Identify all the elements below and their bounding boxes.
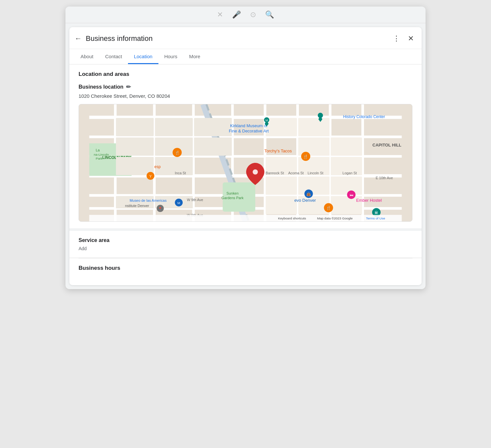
panel-title: Business information [86,34,391,43]
svg-rect-29 [194,137,232,156]
svg-text:M: M [265,119,268,122]
svg-rect-31 [266,118,297,136]
panel-header: ← Business information ⋮ ✕ [69,27,422,49]
map-svg: Sunken Gardens Park LINCOLN PARK La na-L… [79,104,412,221]
svg-rect-44 [331,177,362,195]
svg-text:🍴: 🍴 [175,150,180,155]
svg-rect-30 [194,118,232,136]
svg-text:Acoma St: Acoma St [288,171,303,175]
camera-icon[interactable]: ⊙ [250,10,256,19]
close-panel-button[interactable]: ✕ [407,33,415,44]
svg-text:👜: 👜 [306,192,311,196]
svg-text:🏛: 🏛 [374,211,378,215]
svg-text:📍: 📍 [158,207,162,211]
business-hours-section: Business hours [69,258,422,285]
service-area-section: Service area Add [69,231,422,258]
svg-text:nstitute Denver: nstitute Denver [125,204,149,208]
svg-text:Sunken: Sunken [227,191,239,195]
svg-text:M: M [177,201,180,205]
svg-rect-42 [266,177,297,195]
header-actions: ⋮ ✕ [391,33,415,44]
svg-rect-38 [116,157,154,175]
section-title: Location and areas [79,71,412,78]
svg-text:Logan St: Logan St [342,171,357,175]
svg-point-90 [253,169,258,175]
search-icon[interactable]: 🔍 [265,10,274,19]
add-service-area[interactable]: Add [79,246,412,251]
back-button[interactable]: ← [75,33,84,44]
svg-text:Keyboard shortcuts: Keyboard shortcuts [278,216,306,220]
browser-bar: ✕ 🎤 ⊙ 🔍 [65,7,426,23]
svg-text:evo Denver: evo Denver [294,198,316,203]
business-location-label: Business location [79,84,123,90]
svg-text:CAPITOL HILL: CAPITOL HILL [373,143,402,147]
svg-text:Bannock St: Bannock St [266,171,284,175]
svg-text:Torchy's Tacos: Torchy's Tacos [264,148,292,153]
tab-location[interactable]: Location [128,49,158,64]
svg-rect-35 [331,137,362,156]
svg-text:esp: esp [155,164,161,169]
svg-text:History Colorado Center: History Colorado Center [343,114,385,119]
svg-text:Map data ©2023 Google: Map data ©2023 Google [317,216,353,220]
more-options-button[interactable]: ⋮ [391,33,401,44]
svg-text:Park: Park [96,157,102,160]
svg-rect-32 [298,118,329,136]
tabs-bar: About Contact Location Hours More [69,49,422,64]
business-hours-title: Business hours [79,265,412,271]
svg-rect-25 [116,137,154,156]
panel-content: Location and areas Business location ✏ 1… [69,64,422,285]
svg-rect-45 [266,196,297,214]
svg-text:🍴: 🍴 [326,205,331,210]
tab-contact[interactable]: Contact [99,49,128,64]
tab-about[interactable]: About [75,49,99,64]
svg-point-70 [318,113,323,118]
svg-text:Museo de las Americas: Museo de las Americas [130,198,167,202]
business-location-header: Business location ✏ [79,83,412,91]
edit-location-icon[interactable]: ✏ [126,83,131,91]
service-area-label: Service area [79,237,109,243]
close-icon[interactable]: ✕ [217,10,223,19]
svg-rect-26 [116,118,154,136]
svg-text:Lincoln St: Lincoln St [308,171,323,175]
address-text: 1020 Cherokee Street, Denver, CO 80204 [79,93,412,99]
outer-wrapper: ✕ 🎤 ⊙ 🔍 ← Business information ⋮ ✕ About… [65,7,426,289]
svg-rect-43 [298,177,329,195]
svg-rect-91 [89,215,402,221]
svg-text:na-Lincoln: na-Lincoln [94,153,109,156]
svg-text:Fine & Decorative Art: Fine & Decorative Art [229,129,269,133]
svg-text:Ember Hostel: Ember Hostel [356,198,382,203]
svg-rect-28 [155,118,193,136]
business-info-panel: ← Business information ⋮ ✕ About Contact… [69,27,422,285]
tab-hours[interactable]: Hours [158,49,183,64]
service-area-title: Service area [79,237,412,243]
svg-rect-39 [155,157,193,175]
svg-text:Y: Y [149,174,152,178]
svg-text:Terms of Use: Terms of Use [366,216,385,220]
svg-text:Kirkland Museum of: Kirkland Museum of [230,123,267,128]
svg-text:Inca St: Inca St [175,171,186,175]
svg-text:🛏: 🛏 [350,193,353,197]
svg-text:🍴: 🍴 [303,154,308,159]
map-container[interactable]: Sunken Gardens Park LINCOLN PARK La na-L… [79,104,412,222]
svg-text:Gardens Park: Gardens Park [222,196,244,200]
svg-text:La: La [96,148,100,152]
location-section: Location and areas Business location ✏ 1… [69,64,422,231]
mic-icon[interactable]: 🎤 [232,10,241,19]
tab-more[interactable]: More [183,49,206,64]
svg-text:W 9th Ave: W 9th Ave [187,198,203,202]
svg-text:E 10th Ave: E 10th Ave [376,176,393,180]
